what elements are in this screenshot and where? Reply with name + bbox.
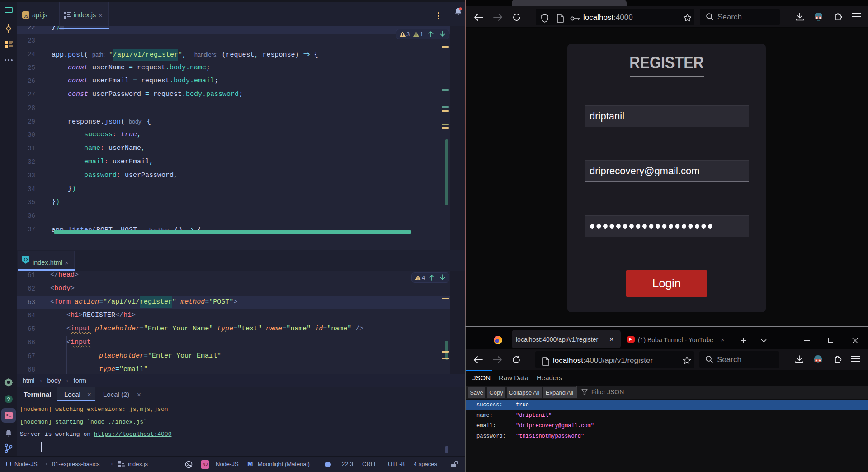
svg-text:?: ? [7,396,10,403]
